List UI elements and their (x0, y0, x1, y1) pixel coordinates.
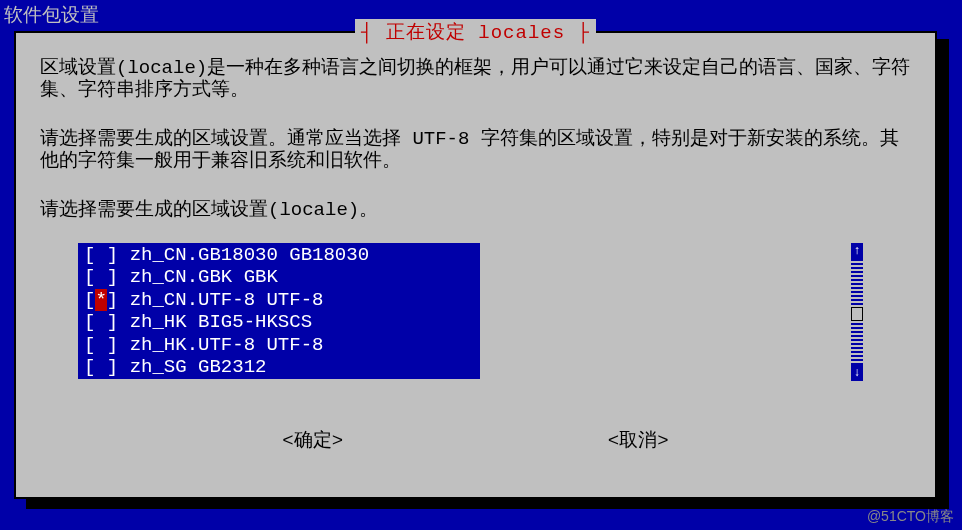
checkbox-right-bracket: ] (107, 311, 130, 333)
checkbox-empty-icon[interactable] (95, 244, 106, 266)
locale-label: zh_CN.GB18030 GB18030 (130, 244, 369, 266)
locale-label: zh_HK.UTF-8 UTF-8 (130, 334, 324, 356)
scroll-up-icon[interactable]: ↑ (851, 243, 863, 259)
locale-label: zh_HK BIG5-HKSCS (130, 311, 312, 333)
locale-option[interactable]: [*] zh_CN.UTF-8 UTF-8 (78, 289, 480, 311)
checkbox-empty-icon[interactable] (95, 356, 106, 378)
ok-button[interactable]: <确定> (282, 427, 343, 453)
desc-line-2: 请选择需要生成的区域设置。通常应当选择 UTF-8 字符集的区域设置，特别是对于… (40, 128, 911, 173)
locale-option[interactable]: [ ] zh_SG GB2312 (78, 356, 480, 378)
checkbox-left-bracket: [ (84, 311, 95, 333)
checkbox-checked-icon[interactable]: * (95, 289, 106, 311)
dialog-description: 区域设置(locale)是一种在多种语言之间切换的框架，用户可以通过它来设定自己… (40, 57, 911, 221)
locale-option[interactable]: [ ] zh_HK BIG5-HKSCS (78, 311, 480, 333)
scroll-down-icon[interactable]: ↓ (851, 365, 863, 381)
desc-line-3: 请选择需要生成的区域设置(locale)。 (40, 199, 911, 221)
dialog-title: ┤ 正在设定 locales ├ (355, 19, 596, 45)
locale-option[interactable]: [ ] zh_HK.UTF-8 UTF-8 (78, 334, 480, 356)
checkbox-left-bracket: [ (84, 356, 95, 378)
desc-line-1: 区域设置(locale)是一种在多种语言之间切换的框架，用户可以通过它来设定自己… (40, 57, 911, 102)
checkbox-empty-icon[interactable] (95, 311, 106, 333)
checkbox-left-bracket: [ (84, 334, 95, 356)
checkbox-left-bracket: [ (84, 244, 95, 266)
locale-option[interactable]: [ ] zh_CN.GBK GBK (78, 266, 480, 288)
checkbox-left-bracket: [ (84, 289, 95, 311)
checkbox-right-bracket: ] (107, 244, 130, 266)
scrollbar-thumb[interactable] (851, 307, 863, 321)
locale-label: zh_CN.UTF-8 UTF-8 (130, 289, 324, 311)
watermark: @51CTO博客 (867, 508, 954, 526)
checkbox-empty-icon[interactable] (95, 334, 106, 356)
checkbox-right-bracket: ] (107, 334, 130, 356)
checkbox-left-bracket: [ (84, 266, 95, 288)
locale-label: zh_SG GB2312 (130, 356, 267, 378)
checkbox-right-bracket: ] (107, 356, 130, 378)
locale-option[interactable]: [ ] zh_CN.GB18030 GB18030 (78, 244, 480, 266)
locale-list[interactable]: [ ] zh_CN.GB18030 GB18030[ ] zh_CN.GBK G… (78, 243, 480, 379)
scrollbar-track[interactable] (851, 259, 863, 365)
locale-label: zh_CN.GBK GBK (130, 266, 278, 288)
checkbox-empty-icon[interactable] (95, 266, 106, 288)
scrollbar[interactable]: ↑ ↓ (851, 243, 863, 381)
checkbox-right-bracket: ] (107, 266, 130, 288)
cancel-button[interactable]: <取消> (608, 427, 669, 453)
locales-dialog: ┤ 正在设定 locales ├ 区域设置(locale)是一种在多种语言之间切… (14, 31, 937, 499)
checkbox-right-bracket: ] (107, 289, 130, 311)
